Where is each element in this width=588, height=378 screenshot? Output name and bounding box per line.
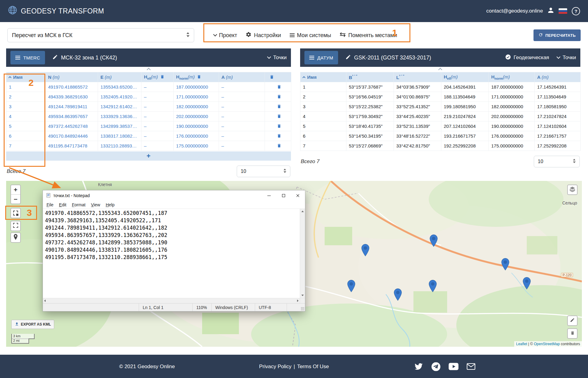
hell-cell[interactable]: – bbox=[141, 102, 174, 112]
map-marker[interactable] bbox=[361, 244, 369, 258]
source-points-toggle[interactable]: Точки bbox=[268, 55, 287, 61]
column-header-b[interactable]: B° ′ ″ bbox=[346, 72, 394, 82]
a-cell[interactable]: – bbox=[219, 131, 265, 141]
hnorm-cell[interactable]: 182.000000000 bbox=[174, 102, 219, 112]
menu-item-swap[interactable]: Поменять местами bbox=[340, 32, 397, 39]
a-cell[interactable]: – bbox=[219, 112, 265, 121]
menu-help[interactable]: Help bbox=[103, 202, 117, 208]
a-cell[interactable]: – bbox=[219, 92, 265, 102]
source-collapse-toggle[interactable] bbox=[6, 67, 291, 72]
vertical-scrollbar[interactable] bbox=[300, 209, 305, 298]
map-marker[interactable] bbox=[394, 288, 402, 302]
menu-item-project[interactable]: Проект bbox=[214, 32, 237, 39]
hell-cell[interactable]: – bbox=[141, 112, 174, 121]
column-header-hnorm[interactable]: Hnorm(m) bbox=[489, 72, 535, 82]
a-cell[interactable]: – bbox=[219, 82, 265, 92]
point-name-cell[interactable]: 5 bbox=[6, 121, 46, 131]
clear-hnorm-column-button[interactable] bbox=[197, 74, 201, 79]
n-cell[interactable]: 491244.789819411 bbox=[46, 102, 98, 112]
point-name-cell[interactable]: 3 bbox=[6, 102, 46, 112]
a-cell[interactable]: – bbox=[219, 121, 265, 131]
telegram-link[interactable] bbox=[432, 362, 440, 371]
add-point-button[interactable]: + bbox=[6, 151, 291, 161]
datum-type-button[interactable]: ДАТУМ bbox=[304, 51, 338, 64]
hell-cell[interactable]: – bbox=[141, 121, 174, 131]
n-cell[interactable]: 495934.863957657 bbox=[46, 112, 98, 121]
clear-hell-column-button[interactable] bbox=[160, 74, 164, 79]
email-link[interactable] bbox=[467, 363, 475, 370]
map-marker[interactable] bbox=[347, 280, 355, 293]
e-cell[interactable]: 1333929.136362763 bbox=[98, 112, 141, 121]
delete-row-button[interactable] bbox=[277, 104, 281, 109]
hnorm-cell[interactable]: 187.000000000 bbox=[174, 82, 219, 92]
column-header-hell[interactable]: Hell(m) bbox=[441, 72, 489, 82]
hnorm-cell[interactable]: 171.000000000 bbox=[174, 92, 219, 102]
notepad-text-area[interactable]: 491970.418865572,1355343.652007451,,187 … bbox=[43, 209, 300, 298]
hell-cell[interactable]: – bbox=[141, 82, 174, 92]
scroll-left-icon[interactable] bbox=[44, 300, 46, 302]
add-marker-button[interactable] bbox=[10, 232, 21, 243]
leaflet-link[interactable]: Leaflet bbox=[516, 342, 527, 346]
area-select-button[interactable] bbox=[10, 208, 21, 218]
e-cell[interactable]: 1332110.288938661 bbox=[98, 141, 141, 151]
delete-shapes-button[interactable] bbox=[567, 328, 578, 339]
notepad-title-bar[interactable]: точки.txt - Notepad bbox=[43, 190, 305, 201]
column-header-n[interactable]: N(m) bbox=[46, 72, 98, 82]
hnorm-cell[interactable]: 190.000000000 bbox=[174, 121, 219, 131]
column-header-l[interactable]: L° ′ ″ bbox=[394, 72, 441, 82]
column-header-name[interactable]: Имя bbox=[6, 72, 46, 82]
conversion-preset-select[interactable]: Пересчет из МСК в ГСК bbox=[7, 28, 194, 42]
delete-row-button[interactable] bbox=[277, 124, 281, 128]
horizontal-scrollbar[interactable] bbox=[43, 298, 300, 303]
point-name-cell[interactable]: 1 bbox=[6, 82, 46, 92]
menu-edit[interactable]: Edit bbox=[56, 202, 69, 208]
point-name-cell[interactable]: 6 bbox=[6, 131, 46, 141]
hell-cell[interactable]: – bbox=[141, 141, 174, 151]
n-cell[interactable]: 497372.445262748 bbox=[46, 121, 98, 131]
help-button[interactable]: ? bbox=[572, 7, 580, 15]
point-name-cell[interactable]: 7 bbox=[6, 141, 46, 151]
scroll-right-icon[interactable] bbox=[297, 300, 299, 302]
maximize-button[interactable] bbox=[276, 190, 291, 201]
hell-cell[interactable]: – bbox=[141, 92, 174, 102]
column-header-a[interactable]: A(m) bbox=[535, 72, 581, 82]
target-collapse-toggle[interactable] bbox=[300, 67, 580, 72]
map-marker[interactable] bbox=[429, 280, 437, 293]
n-cell[interactable]: 491195.847173478 bbox=[46, 141, 98, 151]
column-header-hell[interactable]: Hell(m) bbox=[141, 72, 174, 82]
zoom-in-button[interactable]: + bbox=[11, 185, 20, 194]
e-cell[interactable]: 1352405.41920522 bbox=[98, 92, 141, 102]
map-marker[interactable] bbox=[523, 277, 531, 291]
privacy-policy-link[interactable]: Privacy Policy bbox=[259, 364, 292, 370]
terms-link[interactable]: Terms Of Use bbox=[297, 364, 329, 370]
menu-format[interactable]: Format bbox=[69, 202, 88, 208]
target-system-name[interactable]: GSK-2011 (GOST 32453-2017) bbox=[345, 54, 431, 61]
delete-row-button[interactable] bbox=[277, 84, 281, 89]
hnorm-cell[interactable]: 176.000000000 bbox=[174, 131, 219, 141]
map-marker[interactable] bbox=[501, 258, 509, 272]
osm-link[interactable]: OpenStreetMap bbox=[534, 342, 560, 346]
column-header-a[interactable]: A(m) bbox=[219, 72, 265, 82]
hell-cell[interactable]: – bbox=[141, 131, 174, 141]
delete-all-rows-button[interactable] bbox=[270, 74, 274, 79]
coordinate-type-toggle[interactable]: Геодезическая bbox=[505, 54, 549, 61]
delete-row-button[interactable] bbox=[277, 94, 281, 99]
target-page-size-select[interactable]: 10 bbox=[534, 156, 580, 167]
user-icon[interactable] bbox=[548, 7, 554, 15]
contact-email[interactable]: contact@geodesy.online bbox=[486, 8, 543, 14]
language-flag-ru[interactable] bbox=[559, 8, 567, 14]
zoom-out-button[interactable]: − bbox=[11, 194, 20, 204]
e-cell[interactable]: 1338317.180821605 bbox=[98, 131, 141, 141]
delete-row-button[interactable] bbox=[277, 114, 281, 119]
a-cell[interactable]: – bbox=[219, 102, 265, 112]
twitter-link[interactable] bbox=[414, 363, 423, 371]
n-cell[interactable]: 491970.418865572 bbox=[46, 82, 98, 92]
projection-type-button[interactable]: TMERC bbox=[10, 51, 45, 64]
a-cell[interactable]: – bbox=[219, 141, 265, 151]
column-header-hnorm[interactable]: Hnorm(m) bbox=[174, 72, 219, 82]
scroll-down-icon[interactable] bbox=[301, 295, 304, 296]
source-system-name[interactable]: МСК-32 зона 1 (СК42) bbox=[52, 54, 117, 61]
delete-row-button[interactable] bbox=[277, 133, 281, 138]
e-cell[interactable]: 1342912.614021642 bbox=[98, 102, 141, 112]
hnorm-cell[interactable]: 202.000000000 bbox=[174, 112, 219, 121]
